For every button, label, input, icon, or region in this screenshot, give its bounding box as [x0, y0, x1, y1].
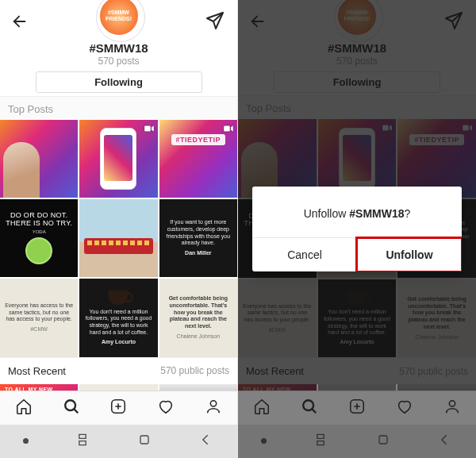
heart-icon[interactable] [157, 398, 175, 418]
video-icon [223, 123, 234, 136]
most-recent-grid [0, 384, 237, 391]
most-recent-count: 570 public posts [160, 365, 229, 376]
android-home-icon[interactable] [136, 432, 152, 451]
most-recent-header: Most Recent 570 public posts [0, 357, 237, 384]
hashtag-story-badge[interactable]: #SMMW FRIENDS! [98, 0, 140, 37]
tile-attr: #CMW [5, 326, 73, 333]
post-thumbnail[interactable]: #TIEDYETIP [159, 120, 237, 198]
tile-attr: Amy Locurto [84, 339, 152, 346]
android-navbar [0, 425, 237, 458]
post-thumbnail[interactable]: DO OR DO NOT. THERE IS NO TRY. YODA [0, 199, 78, 277]
following-button[interactable]: Following [36, 71, 202, 93]
post-thumbnail[interactable] [79, 120, 157, 198]
post-thumbnail[interactable] [0, 120, 78, 198]
cancel-button[interactable]: Cancel [252, 238, 357, 271]
tile-tag: #TIEDYETIP [171, 134, 226, 145]
dialog-message: Unfollow #SMMW18? [252, 187, 462, 237]
nav-dot [23, 438, 29, 444]
unfollow-button-label: Unfollow [386, 248, 432, 261]
tile-quote: Get comfortable being uncomfortable. Tha… [164, 295, 232, 330]
tile-attr: Dan Miller [164, 250, 232, 257]
video-icon [144, 123, 155, 136]
svg-rect-1 [224, 125, 230, 131]
back-arrow-icon[interactable] [11, 13, 29, 35]
tile-quote: If you want to get more customers, devel… [164, 219, 232, 247]
profile-icon[interactable] [205, 398, 222, 418]
svg-point-2 [65, 400, 75, 410]
header: #SMMW FRIENDS! #SMMW18 570 posts Followi… [0, 0, 237, 97]
instagram-tabbar [0, 391, 237, 424]
badge-text: #SMMW FRIENDS! [100, 10, 138, 21]
add-post-icon[interactable] [109, 398, 127, 418]
unfollow-button[interactable]: Unfollow [357, 238, 462, 271]
recents-icon[interactable] [75, 432, 90, 451]
svg-point-4 [210, 400, 216, 406]
modal-overlay[interactable]: Unfollow #SMMW18? Cancel Unfollow [238, 0, 476, 458]
screen-hashtag: #SMMW FRIENDS! #SMMW18 570 posts Followi… [0, 0, 238, 458]
home-icon[interactable] [15, 398, 33, 418]
search-icon[interactable] [63, 398, 80, 418]
tile-quote: DO OR DO NOT. THERE IS NO TRY. [6, 211, 72, 227]
post-thumbnail[interactable] [159, 384, 237, 391]
tile-attr: YODA [33, 229, 46, 234]
tile-quote: You don't need a million followers, you … [84, 309, 152, 337]
post-thumbnail[interactable] [0, 384, 78, 391]
post-thumbnail[interactable] [79, 199, 157, 277]
android-back-icon[interactable] [198, 432, 214, 451]
post-thumbnail[interactable] [79, 384, 157, 391]
tile-attr: Chalene Johnson [164, 333, 232, 341]
mug-icon [109, 291, 128, 305]
top-posts-grid: #TIEDYETIP DO OR DO NOT. THERE IS NO TRY… [0, 120, 237, 357]
top-posts-label: Top Posts [0, 97, 237, 120]
paper-plane-icon[interactable] [205, 11, 225, 33]
post-thumbnail[interactable]: Get comfortable being uncomfortable. Tha… [159, 279, 237, 356]
yoda-icon [25, 237, 52, 264]
most-recent-label: Most Recent [8, 365, 66, 377]
svg-rect-0 [144, 125, 151, 131]
unfollow-dialog: Unfollow #SMMW18? Cancel Unfollow [252, 187, 462, 271]
svg-rect-5 [140, 436, 148, 444]
post-thumbnail[interactable]: You don't need a million followers, you … [79, 279, 157, 356]
post-count: 570 posts [0, 56, 237, 67]
screen-unfollow-dialog: #SMMW FRIENDS! #SMMW18 570 posts Followi… [238, 0, 476, 458]
post-thumbnail[interactable]: If you want to get more customers, devel… [159, 199, 237, 277]
tile-quote: Everyone has access to the same tactics,… [5, 302, 73, 323]
hashtag-title: #SMMW18 [0, 41, 237, 55]
post-thumbnail[interactable]: Everyone has access to the same tactics,… [0, 279, 78, 356]
